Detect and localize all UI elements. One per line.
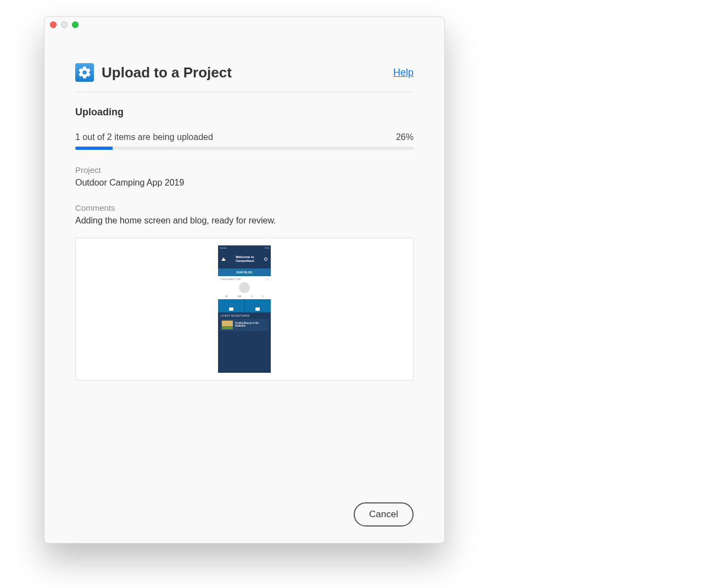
progress-percent: 26%	[396, 132, 414, 142]
stat-0: 10	[225, 295, 227, 298]
card-2	[245, 299, 271, 312]
progress-bar	[75, 147, 414, 150]
comments-label: Comments	[75, 203, 414, 212]
info-icon: ⓘ	[266, 278, 269, 281]
phone-welcome: Welcome to Campvibes!	[236, 255, 254, 262]
phone-cards	[218, 299, 271, 312]
phone-trip-card: YOUR LATEST TRIP ⓘ 10 140 5 2	[218, 276, 271, 299]
stat-1: 140	[238, 295, 242, 298]
dialog-window: Upload to a Project Help Uploading 1 out…	[44, 16, 445, 544]
phone-time: 9:41	[265, 247, 269, 249]
adventure-thumb	[222, 321, 233, 329]
header-left: Upload to a Project	[75, 63, 232, 82]
window-close-button[interactable]	[50, 21, 57, 28]
progress-items-text: 1 out of 2 items are being uploaded	[75, 132, 213, 142]
dialog-content: Upload to a Project Help Uploading 1 out…	[44, 32, 444, 543]
welcome-line1: Welcome to	[236, 255, 254, 259]
logo-icon	[221, 257, 226, 261]
trip-header: YOUR LATEST TRIP	[220, 278, 241, 281]
window-minimize-button[interactable]	[61, 21, 68, 28]
adventures-label: LATEST ADVENTURES	[220, 315, 269, 317]
window-zoom-button[interactable]	[72, 21, 79, 28]
avatar-placeholder	[239, 282, 250, 293]
phone-adventures: LATEST ADVENTURES Finding Beauty in the …	[218, 312, 271, 333]
dialog-header: Upload to a Project Help	[75, 63, 414, 92]
comments-value: Adding the home screen and blog, ready f…	[75, 216, 414, 226]
progress-row: 1 out of 2 items are being uploaded 26%	[75, 132, 414, 142]
stat-2: 5	[251, 295, 252, 298]
help-link[interactable]: Help	[393, 67, 414, 79]
phone-blog-tab: OUR BLOG	[218, 268, 271, 276]
gear-icon	[75, 63, 94, 82]
search-icon	[264, 257, 267, 261]
preview-box: Carrier 9:41 Welcome to Campvibes! OUR B…	[75, 238, 414, 380]
project-value: Outdoor Camping App 2019	[75, 178, 414, 188]
card-icon	[255, 307, 260, 311]
trip-stats: 10 140 5 2	[220, 295, 269, 298]
card-1	[218, 299, 245, 312]
card-icon	[229, 307, 233, 311]
phone-statusbar: Carrier 9:41	[218, 245, 271, 250]
adventure-title: Finding Beauty in the Badlands	[235, 322, 267, 328]
phone-carrier: Carrier	[220, 247, 226, 249]
phone-header: Welcome to Campvibes!	[218, 250, 271, 268]
adventure-row: Finding Beauty in the Badlands	[220, 319, 269, 331]
welcome-line2: Campvibes!	[236, 259, 254, 263]
dialog-footer: Cancel	[75, 486, 414, 527]
preview-thumbnail: Carrier 9:41 Welcome to Campvibes! OUR B…	[218, 245, 271, 373]
status-heading: Uploading	[75, 107, 414, 118]
titlebar	[44, 17, 444, 32]
stat-3: 2	[263, 295, 264, 298]
cancel-button[interactable]: Cancel	[354, 502, 414, 527]
project-label: Project	[75, 165, 414, 175]
progress-fill	[75, 147, 113, 150]
dialog-title: Upload to a Project	[102, 64, 232, 81]
